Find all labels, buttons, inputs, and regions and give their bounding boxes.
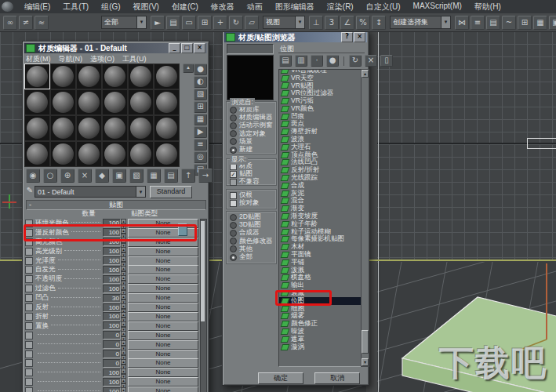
map-amount-field[interactable]: 0 (103, 340, 121, 349)
maps-scrollbar[interactable] (200, 219, 207, 392)
sample-slot[interactable] (24, 64, 50, 89)
sample-slot[interactable] (102, 64, 128, 89)
spinner-up-icon[interactable]: ▴ (121, 247, 126, 252)
put-material-to-scene-icon[interactable]: ○ (43, 169, 57, 183)
checkbox-icon[interactable] (230, 179, 237, 186)
sample-slot[interactable] (50, 89, 76, 115)
map-enable-checkbox[interactable] (25, 387, 33, 392)
sample-slot[interactable] (102, 115, 128, 141)
map-enable-checkbox[interactable] (25, 303, 33, 311)
options-icon[interactable]: ≡ (194, 139, 207, 151)
sample-slot[interactable] (76, 89, 102, 115)
background-icon[interactable]: ▨ (194, 89, 207, 100)
map-list-item[interactable]: 漩涡 (279, 343, 361, 351)
menu-item[interactable]: 帮助(H) (468, 2, 507, 13)
menu-item[interactable]: MAXScript(M) (407, 2, 468, 13)
sample-type-icon[interactable]: ● (194, 64, 207, 75)
sample-slot[interactable] (76, 64, 102, 89)
show-end-result-icon[interactable]: ▤ (164, 169, 178, 183)
spinner-up-icon[interactable]: ▴ (121, 321, 126, 327)
amount-spinner[interactable]: ▴▾ (121, 359, 126, 368)
radio-icon[interactable] (230, 245, 237, 252)
spinner-up-icon[interactable]: ▴ (121, 368, 126, 374)
map-amount-field[interactable]: 100 (103, 247, 121, 256)
help-button[interactable]: ? (341, 32, 353, 42)
sample-slot[interactable] (50, 64, 76, 89)
update-scene-materials-icon[interactable]: ↻ (349, 55, 362, 67)
menu-item[interactable]: 工具(T) (56, 2, 95, 13)
sample-slot[interactable] (50, 115, 76, 141)
select-by-material-icon[interactable]: ◎ (194, 151, 207, 163)
radio-icon[interactable] (230, 138, 237, 145)
radio-icon[interactable] (230, 130, 237, 137)
make-preview-icon[interactable]: ▶ (194, 126, 207, 138)
minimize-button[interactable]: _ (169, 43, 180, 53)
radio-icon[interactable] (230, 122, 237, 129)
map-amount-field[interactable]: 100 (103, 266, 121, 274)
sample-slot[interactable] (128, 115, 154, 141)
curve-editor-icon[interactable]: ~ (502, 16, 516, 30)
backlight-icon[interactable]: ◐ (194, 76, 207, 88)
select-and-link-icon[interactable]: ∞ (3, 16, 17, 30)
map-amount-field[interactable]: 100 (103, 312, 121, 321)
spinner-up-icon[interactable]: ▴ (121, 303, 126, 309)
get-material-icon[interactable]: ◉ (26, 169, 40, 183)
map-none-button[interactable]: None (128, 303, 198, 312)
view-large-icons-icon[interactable]: ● (326, 55, 339, 67)
map-amount-field[interactable]: 0 (103, 350, 121, 358)
scrollbar-thumb[interactable] (362, 330, 369, 354)
map-enable-checkbox[interactable] (25, 285, 33, 292)
amount-spinner[interactable]: ▴▾ (121, 247, 126, 256)
spinner-up-icon[interactable]: ▴ (121, 266, 126, 271)
category-option[interactable]: 全部 (227, 253, 276, 261)
chevron-down-icon[interactable]: ▾ (295, 16, 304, 28)
show-map-in-viewport-icon[interactable]: ▦ (147, 169, 161, 183)
map-amount-field[interactable]: 0 (103, 359, 121, 368)
map-enable-checkbox[interactable] (25, 248, 33, 256)
map-none-button[interactable]: None (128, 340, 198, 350)
align-icon[interactable]: ≡ (471, 16, 485, 30)
checkbox-icon[interactable]: ✓ (230, 171, 237, 178)
view-small-icons-icon[interactable]: · (311, 55, 323, 67)
use-center-flyout-icon[interactable]: ⊥ (309, 16, 323, 30)
spinner-up-icon[interactable]: ▴ (121, 359, 126, 365)
angle-snap-icon[interactable]: ∠ (340, 16, 354, 30)
map-enable-checkbox[interactable] (25, 350, 33, 358)
map-amount-field[interactable]: 100 (103, 368, 121, 377)
snaps-toggle-icon[interactable]: 3 (325, 16, 339, 30)
scroll-up-icon[interactable]: ▴ (362, 70, 369, 78)
chevron-down-icon[interactable]: ▾ (136, 187, 145, 197)
map-enable-checkbox[interactable] (25, 294, 33, 302)
flag-option[interactable]: 按对象 (227, 199, 276, 207)
map-none-button[interactable]: None (128, 247, 198, 256)
map-none-button[interactable]: None (128, 284, 198, 293)
amount-spinner[interactable]: ▴▾ (121, 312, 126, 321)
sample-scroll-up-button[interactable]: ▴ (183, 64, 194, 73)
map-amount-field[interactable]: 100 (103, 303, 121, 312)
map-none-button[interactable]: None (128, 256, 198, 266)
pick-material-eyedropper-icon[interactable]: ✎ (25, 186, 35, 196)
sample-slot[interactable] (128, 89, 154, 115)
map-enable-checkbox[interactable] (25, 378, 33, 386)
sample-slot[interactable] (154, 64, 180, 89)
radio-icon[interactable] (230, 147, 237, 154)
select-and-rotate-icon[interactable]: ↻ (229, 16, 243, 30)
spinner-up-icon[interactable]: ▴ (121, 294, 126, 299)
spinner-up-icon[interactable]: ▴ (121, 387, 126, 392)
menu-item[interactable]: 图形编辑器 (269, 2, 321, 13)
map-amount-field[interactable]: 0 (103, 331, 121, 339)
menu-item[interactable]: 创建(C) (165, 2, 205, 13)
cancel-button[interactable]: 取消 (314, 372, 360, 384)
checkbox-icon[interactable] (230, 192, 237, 199)
browser-titlebar[interactable]: 材质/贴图浏览器 ? × (224, 32, 367, 42)
radio-icon[interactable] (230, 222, 237, 229)
window-crossing-icon[interactable]: ⊞ (198, 16, 212, 30)
amount-spinner[interactable]: ▴▾ (121, 340, 126, 349)
assign-material-to-selection-icon[interactable]: ⊕ (60, 169, 74, 183)
go-to-parent-icon[interactable]: ↑ (181, 169, 195, 183)
percent-snap-icon[interactable]: % (356, 16, 370, 30)
app-logo-icon[interactable] (2, 2, 13, 12)
menu-item[interactable]: 修改器 (205, 2, 241, 13)
delete-from-library-icon[interactable]: × (365, 55, 377, 67)
menu-item[interactable]: 渲染(R) (321, 2, 360, 13)
